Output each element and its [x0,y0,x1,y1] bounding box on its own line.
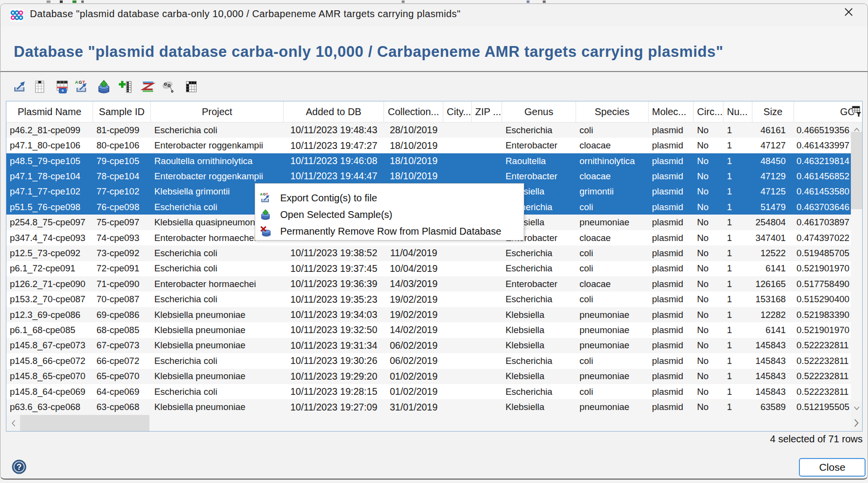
scroll-down-icon[interactable] [851,401,862,415]
cell: p6.1_72-cpe091 [6,261,93,276]
table-row[interactable]: p47.1_80-cpe10680-cpe106Enterobacter rog… [6,138,862,153]
column-header[interactable]: City... [443,101,472,122]
scroll-right-icon[interactable] [851,415,862,431]
column-header[interactable]: Molec... [649,101,694,122]
column-header[interactable]: Size [752,101,794,122]
column-header[interactable]: GC [794,101,855,122]
table-row[interactable]: p6.1_72-cpe09172-cpe091Escherichia coli1… [6,261,862,276]
add-column-icon[interactable] [118,79,133,94]
vertical-scroll-thumb[interactable] [851,132,862,209]
table-row[interactable]: p48.5_79-cpe10579-cpe105Raoultella ornit… [6,153,862,169]
table-row[interactable]: p47.1_78-cpe10478-cpe104Enterobacter rog… [6,169,862,184]
cell: p145.8_67-cpe073 [6,338,93,353]
table-row[interactable]: p145.8_65-cpe07065-cpe070Klebsiella pneu… [6,369,862,384]
cell: plasmid [649,138,694,153]
page-title: Database "plasmid database carba-only 10… [14,43,723,61]
open-database-icon [260,209,271,220]
cell: 71-cpe090 [93,276,151,291]
menu-item-remove-row[interactable]: Permanently Remove Row from Plasmid Data… [255,223,524,240]
column-header[interactable]: ZIP ... [472,101,502,122]
help-icon[interactable]: ? [11,459,27,475]
cell: 254804 [752,215,794,230]
column-header[interactable]: Species [576,101,649,122]
cell [443,384,472,399]
table-row[interactable]: p12.5_73-cpe09273-cpe092Escherichia coli… [6,245,862,261]
column-header[interactable]: Sample ID [93,101,151,122]
menu-item-open-samples[interactable]: Open Selected Sample(s) [255,206,524,223]
cell: plasmid [649,291,694,307]
table-row[interactable]: p145.8_64-cpe06964-cpe069Escherichia col… [6,384,862,399]
table-row[interactable]: p63.6_63-cpe06863-cpe068Klebsiella pneum… [6,399,862,414]
cell: pneumoniae [576,307,649,322]
horizontal-scrollbar[interactable] [6,415,862,431]
column-header[interactable]: Collection... [384,101,443,122]
cell: 145843 [752,369,794,384]
column-header[interactable]: Plasmid Name [6,101,93,122]
cell: pneumoniae [576,338,649,353]
export-contigs-icon: A G T [260,192,271,204]
cell: No [694,369,723,384]
cell [472,276,502,291]
cell: 11/04/2019 [384,245,443,261]
cell: 1 [723,199,752,215]
table-icon[interactable] [32,79,47,94]
cell: 1 [723,169,752,184]
cell: 10/11/2023 19:47:27 [284,138,384,153]
merge-rows-icon[interactable] [141,79,155,94]
cell: 145843 [752,384,794,399]
table-row[interactable]: p145.8_67-cpe07367-cpe073Klebsiella pneu… [6,338,862,353]
cell: 18/10/2019 [384,153,443,169]
cell: 1 [723,276,752,291]
cell: No [694,153,723,169]
cell: 64-cpe069 [93,384,151,399]
cell: Klebsiella pneumoniae [151,399,284,414]
cell: 10/11/2023 19:37:45 [284,261,384,276]
column-header[interactable]: Nu... [723,101,752,122]
cell: Escherichia coli [151,261,284,276]
column-header[interactable]: Genus [502,101,576,122]
cell: 74-cpe093 [93,230,151,245]
horizontal-scroll-thumb[interactable] [20,415,149,431]
cell: Escherichia [502,291,576,307]
scroll-left-icon[interactable] [6,415,20,431]
cell: Klebsiella [502,307,576,322]
cell: 10/11/2023 19:32:50 [284,322,384,338]
column-header[interactable]: Circ... [694,101,723,122]
open-database-icon[interactable] [96,79,111,94]
cell [443,369,472,384]
cell: No [694,261,723,276]
plasmid-map-icon[interactable] [161,79,175,94]
table-row[interactable]: p126.2_71-cpe09071-cpe090Enterobacter ho… [6,276,862,291]
menu-item-export-contigs[interactable]: A G T Export Contig(s) to file [255,190,524,206]
pin-columns-icon[interactable] [184,79,198,94]
close-x-icon[interactable] [843,6,855,18]
app-logo-icon [10,9,23,22]
cell: 63-cpe068 [93,399,151,414]
column-header[interactable]: Project [151,101,284,122]
table-snapshot-icon[interactable] [55,79,70,94]
cell [443,169,472,184]
cell: 66-cpe072 [93,353,151,368]
cell: No [694,122,723,138]
cell: Escherichia [502,261,576,276]
table-row[interactable]: p6.1_68-cpe08568-cpe085Klebsiella pneumo… [6,322,862,338]
export-contigs-icon[interactable]: A G T [74,79,89,94]
vertical-scrollbar[interactable] [851,122,862,415]
cell: 10/11/2023 19:46:08 [284,153,384,169]
table-row[interactable]: p153.2_70-cpe08770-cpe087Escherichia col… [6,291,862,307]
column-filter-icon[interactable] [852,106,862,117]
table-row[interactable]: p46.2_81-cpe09981-cpe099Escherichia coli… [6,122,862,138]
cell: 10/11/2023 19:35:23 [284,291,384,307]
close-button[interactable]: Close [799,458,866,477]
export-table-icon[interactable] [12,79,27,94]
cell: Klebsiella [502,322,576,338]
cell: 12522 [752,245,794,261]
cell [443,291,472,307]
cell: 10/11/2023 19:27:09 [284,399,384,414]
table-body: p46.2_81-cpe09981-cpe099Escherichia coli… [6,122,862,415]
table-row[interactable]: p12.3_69-cpe08669-cpe086Klebsiella pneum… [6,307,862,322]
cell: 1 [723,353,752,368]
column-header[interactable]: Added to DB [284,101,384,122]
cell: Escherichia [502,353,576,368]
table-row[interactable]: p145.8_66-cpe07266-cpe072Escherichia col… [6,353,862,368]
